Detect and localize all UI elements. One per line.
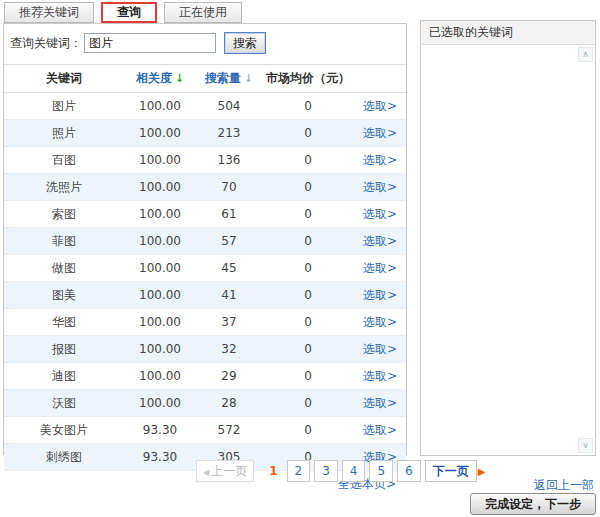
scroll-down-icon[interactable]: ∨ xyxy=(578,438,593,453)
select-keyword-link[interactable]: 选取> xyxy=(363,234,397,248)
relevance-cell: 100.00 xyxy=(124,390,196,417)
select-keyword-link[interactable]: 选取> xyxy=(363,342,397,356)
select-keyword-link[interactable]: 选取> xyxy=(363,207,397,221)
price-cell: 0 xyxy=(262,120,354,147)
select-cell: 选取> xyxy=(354,282,406,309)
table-row: 沃图100.00280选取> xyxy=(4,390,406,417)
table-header-row: 关键词 相关度↓ 搜索量↓ 市场均价（元） xyxy=(4,65,406,93)
keyword-query-input[interactable] xyxy=(84,33,216,53)
price-cell: 0 xyxy=(262,201,354,228)
keyword-cell: 做图 xyxy=(4,255,124,282)
select-cell: 选取> xyxy=(354,228,406,255)
pagination-next-button[interactable]: 下一页 xyxy=(425,460,477,482)
price-cell: 0 xyxy=(262,147,354,174)
select-keyword-link[interactable]: 选取> xyxy=(363,288,397,302)
relevance-cell: 93.30 xyxy=(124,417,196,444)
tab-query[interactable]: 查询 xyxy=(101,2,157,23)
keyword-query-panel: 查询关键词：搜索 关键词 相关度↓ 搜索量↓ 市场均价（元） 图片100.005… xyxy=(3,23,407,455)
volume-cell: 70 xyxy=(196,174,262,201)
volume-cell: 136 xyxy=(196,147,262,174)
relevance-cell: 100.00 xyxy=(124,93,196,120)
pagination-page-link[interactable]: 4 xyxy=(342,460,366,482)
sort-desc-inactive-icon[interactable]: ↓ xyxy=(244,72,253,85)
price-cell: 0 xyxy=(262,282,354,309)
pagination-page-link[interactable]: 5 xyxy=(369,460,393,482)
select-cell: 选取> xyxy=(354,390,406,417)
sort-desc-active-icon[interactable]: ↓ xyxy=(175,72,184,85)
pagination-page-link[interactable]: 3 xyxy=(314,460,338,482)
select-keyword-link[interactable]: 选取> xyxy=(363,180,397,194)
sort-by-relevance-link[interactable]: 相关度 xyxy=(136,71,172,85)
keyword-cell: 美女图片 xyxy=(4,417,124,444)
volume-cell: 29 xyxy=(196,363,262,390)
price-cell: 0 xyxy=(262,309,354,336)
sort-by-volume-link[interactable]: 搜索量 xyxy=(205,71,241,85)
relevance-cell: 100.00 xyxy=(124,363,196,390)
keyword-cell: 刺绣图 xyxy=(4,444,124,471)
relevance-cell: 100.00 xyxy=(124,336,196,363)
volume-cell: 37 xyxy=(196,309,262,336)
tab-in-use[interactable]: 正在使用 xyxy=(164,2,242,23)
volume-cell: 61 xyxy=(196,201,262,228)
table-row: 做图100.00450选取> xyxy=(4,255,406,282)
back-to-previous-step-link[interactable]: 返回上一部 xyxy=(534,477,594,494)
price-cell: 0 xyxy=(262,417,354,444)
select-keyword-link[interactable]: 选取> xyxy=(363,423,397,437)
next-arrow-icon[interactable]: ▶ xyxy=(478,466,486,477)
col-header-relevance: 相关度↓ xyxy=(124,65,196,93)
keyword-cell: 索图 xyxy=(4,201,124,228)
table-row: 照片100.002130选取> xyxy=(4,120,406,147)
pagination-page-link[interactable]: 2 xyxy=(287,460,311,482)
pagination-page-link[interactable]: 6 xyxy=(397,460,421,482)
select-keyword-link[interactable]: 选取> xyxy=(363,153,397,167)
keyword-cell: 照片 xyxy=(4,120,124,147)
tab-recommended-keywords[interactable]: 推荐关键词 xyxy=(4,2,94,23)
keyword-cell: 洗照片 xyxy=(4,174,124,201)
table-row: 百图100.001360选取> xyxy=(4,147,406,174)
tab-bar: 推荐关键词查询正在使用 xyxy=(4,2,249,23)
keyword-cell: 图美 xyxy=(4,282,124,309)
select-keyword-link[interactable]: 选取> xyxy=(363,126,397,140)
volume-cell: 45 xyxy=(196,255,262,282)
query-form: 查询关键词：搜索 xyxy=(4,24,406,64)
keyword-cell: 菲图 xyxy=(4,228,124,255)
price-cell: 0 xyxy=(262,390,354,417)
select-cell: 选取> xyxy=(354,336,406,363)
select-keyword-link[interactable]: 选取> xyxy=(363,99,397,113)
select-cell: 选取> xyxy=(354,201,406,228)
table-row: 洗照片100.00700选取> xyxy=(4,174,406,201)
select-keyword-link[interactable]: 选取> xyxy=(363,261,397,275)
price-cell: 0 xyxy=(262,363,354,390)
keyword-cell: 百图 xyxy=(4,147,124,174)
select-cell: 选取> xyxy=(354,174,406,201)
finish-next-step-button[interactable]: 完成设定，下一步 xyxy=(470,493,596,515)
table-row: 华图100.00370选取> xyxy=(4,309,406,336)
selected-keywords-list[interactable]: ∧ ∨ xyxy=(421,45,595,455)
relevance-cell: 100.00 xyxy=(124,255,196,282)
select-cell: 选取> xyxy=(354,363,406,390)
pagination-current-page: 1 xyxy=(264,460,282,482)
keyword-cell: 沃图 xyxy=(4,390,124,417)
col-header-select xyxy=(354,65,406,93)
relevance-cell: 93.30 xyxy=(124,444,196,471)
select-keyword-link[interactable]: 选取> xyxy=(363,369,397,383)
volume-cell: 57 xyxy=(196,228,262,255)
relevance-cell: 100.00 xyxy=(124,309,196,336)
volume-cell: 504 xyxy=(196,93,262,120)
relevance-cell: 100.00 xyxy=(124,174,196,201)
scroll-up-icon[interactable]: ∧ xyxy=(578,47,593,62)
table-row: 图片100.005040选取> xyxy=(4,93,406,120)
keyword-cell: 图片 xyxy=(4,93,124,120)
volume-cell: 41 xyxy=(196,282,262,309)
relevance-cell: 100.00 xyxy=(124,201,196,228)
select-keyword-link[interactable]: 选取> xyxy=(363,396,397,410)
prev-arrow-icon: ◀ xyxy=(203,468,209,477)
relevance-cell: 100.00 xyxy=(124,228,196,255)
search-button[interactable]: 搜索 xyxy=(224,32,266,54)
pagination-prev-button: ◀上一页 xyxy=(196,460,254,482)
select-keyword-link[interactable]: 选取> xyxy=(363,315,397,329)
table-row: 图美100.00410选取> xyxy=(4,282,406,309)
table-row: 报图100.00320选取> xyxy=(4,336,406,363)
keyword-cell: 报图 xyxy=(4,336,124,363)
col-header-volume: 搜索量↓ xyxy=(196,65,262,93)
